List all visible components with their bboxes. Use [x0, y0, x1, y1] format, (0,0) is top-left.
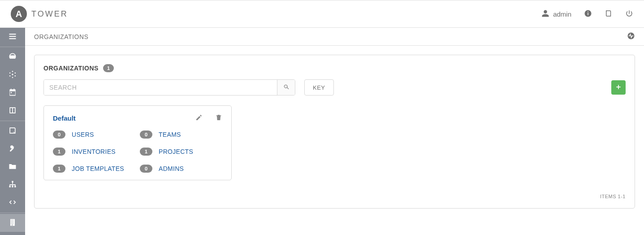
job-templates-link-label: JOB TEMPLATES: [72, 165, 124, 172]
code-icon: [8, 198, 17, 208]
key-button[interactable]: KEY: [304, 79, 334, 96]
sidebar-item-credentials[interactable]: [0, 140, 25, 158]
projects-link-label: PROJECTS: [159, 148, 193, 155]
svg-rect-13: [12, 181, 13, 182]
brand-logo-icon: A: [11, 6, 27, 22]
organizations-panel: ORGANIZATIONS 1 KEY: [34, 55, 635, 209]
sitemap-icon: [8, 180, 17, 190]
delete-organization-button[interactable]: [215, 114, 222, 122]
brand-logo-letter: A: [16, 9, 22, 19]
panel-count-badge: 1: [103, 64, 114, 72]
svg-point-12: [12, 77, 13, 78]
admins-link-label: ADMINS: [159, 165, 184, 172]
folder-icon: [8, 162, 17, 172]
username-label: admin: [553, 10, 571, 18]
topbar: A TOWER admin: [0, 0, 644, 28]
hamburger-icon: [8, 32, 17, 42]
sidebar-divider: [0, 47, 25, 47]
docs-button[interactable]: [605, 9, 613, 19]
teams-link-label: TEAMS: [159, 131, 181, 138]
search-button[interactable]: [277, 80, 295, 95]
building-icon: [8, 218, 17, 228]
org-link-inventories[interactable]: 1 INVENTORIES: [53, 148, 135, 156]
sidebar-item-projects[interactable]: [0, 158, 25, 176]
sidebar: [0, 28, 25, 235]
svg-rect-16: [14, 186, 16, 187]
search-group: [43, 79, 295, 96]
svg-rect-14: [9, 186, 11, 187]
user-icon: [541, 9, 549, 19]
add-organization-button[interactable]: [611, 80, 626, 95]
power-icon: [625, 9, 633, 19]
edit-organization-button[interactable]: [195, 114, 203, 122]
organization-name-link[interactable]: Default: [53, 114, 76, 122]
topnav: admin: [541, 9, 633, 19]
svg-rect-3: [9, 34, 16, 35]
dashboard-icon: [8, 52, 17, 62]
sidebar-item-dashboard[interactable]: [0, 48, 25, 66]
brand-name: TOWER: [31, 9, 68, 19]
organization-card: Default: [43, 105, 232, 180]
projects-count-badge: 1: [140, 148, 152, 156]
breadcrumb-title: ORGANIZATIONS: [34, 33, 88, 40]
sidebar-item-portal[interactable]: [0, 102, 25, 120]
teams-count-badge: 0: [140, 131, 152, 139]
svg-rect-5: [9, 38, 16, 39]
trash-icon: [215, 115, 222, 122]
plus-icon: [615, 84, 622, 91]
svg-point-6: [12, 74, 13, 75]
portal-icon: [8, 106, 17, 116]
svg-point-7: [9, 72, 11, 74]
pagination-label: ITEMS 1-1: [43, 194, 626, 199]
info-icon: [584, 9, 592, 19]
search-input[interactable]: [44, 80, 277, 95]
info-button[interactable]: [584, 9, 592, 19]
org-link-admins[interactable]: 0 ADMINS: [140, 165, 222, 173]
sidebar-divider: [0, 213, 25, 213]
panel-title: ORGANIZATIONS: [43, 65, 99, 72]
pencil-icon: [195, 115, 203, 122]
sidebar-item-organizations[interactable]: [0, 214, 25, 232]
svg-rect-19: [616, 87, 620, 87]
templates-icon: [8, 126, 17, 136]
users-link-label: USERS: [72, 131, 94, 138]
org-link-users[interactable]: 0 USERS: [53, 131, 135, 139]
activity-icon: [627, 34, 635, 41]
svg-point-9: [9, 75, 11, 77]
breadcrumb-bar: ORGANIZATIONS: [25, 28, 644, 46]
sidebar-item-inventory-scripts[interactable]: [0, 194, 25, 212]
calendar-icon: [8, 88, 17, 98]
svg-rect-1: [588, 13, 588, 15]
svg-rect-2: [588, 11, 588, 12]
users-count-badge: 0: [53, 131, 65, 139]
sidebar-item-jobs[interactable]: [0, 66, 25, 84]
key-icon: [8, 144, 17, 154]
svg-point-10: [15, 75, 16, 77]
svg-rect-4: [9, 36, 16, 37]
jobs-icon: [8, 70, 17, 80]
svg-point-11: [12, 71, 13, 72]
org-link-teams[interactable]: 0 TEAMS: [140, 131, 222, 139]
sidebar-item-templates[interactable]: [0, 122, 25, 140]
org-link-job-templates[interactable]: 1 JOB TEMPLATES: [53, 165, 135, 173]
svg-point-8: [15, 72, 16, 74]
inventories-count-badge: 1: [53, 148, 65, 156]
activity-stream-button[interactable]: [627, 32, 635, 41]
org-link-projects[interactable]: 1 PROJECTS: [140, 148, 222, 156]
sidebar-toggle[interactable]: [0, 28, 25, 46]
inventories-link-label: INVENTORIES: [72, 148, 116, 155]
user-menu[interactable]: admin: [541, 9, 571, 19]
book-icon: [605, 9, 613, 19]
sidebar-divider: [0, 121, 25, 121]
sidebar-item-schedules[interactable]: [0, 84, 25, 102]
brand[interactable]: A TOWER: [11, 6, 68, 22]
sidebar-item-inventories[interactable]: [0, 176, 25, 194]
search-icon: [283, 83, 290, 92]
logout-button[interactable]: [625, 9, 633, 19]
admins-count-badge: 0: [140, 165, 152, 173]
job-templates-count-badge: 1: [53, 165, 65, 173]
svg-rect-15: [12, 186, 13, 187]
